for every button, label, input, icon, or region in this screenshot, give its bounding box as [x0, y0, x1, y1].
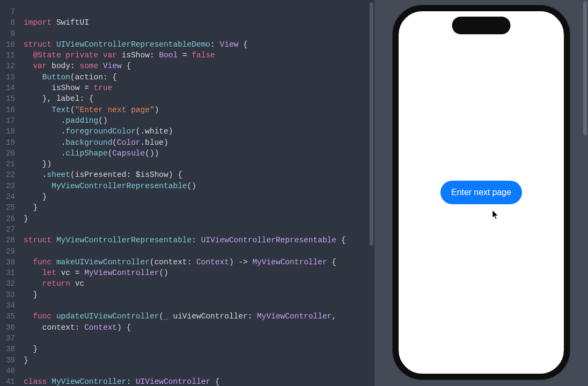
code-line[interactable]: struct UIViewControllerRepresentableDemo…: [24, 39, 374, 50]
line-number: 20: [0, 148, 15, 159]
line-number: 13: [0, 72, 15, 83]
code-line[interactable]: return vc: [24, 278, 374, 289]
code-line[interactable]: func updateUIViewController(_ uiViewCont…: [24, 311, 374, 322]
line-number: 27: [0, 224, 15, 235]
code-line[interactable]: class MyViewController: UIViewController…: [24, 376, 374, 386]
line-number: 40: [0, 366, 15, 376]
code-line[interactable]: }, label: {: [24, 93, 374, 104]
code-line[interactable]: var body: some View {: [24, 61, 374, 71]
line-number: 15: [0, 93, 15, 104]
line-number-gutter: 7891011121314151617181920212223242526272…: [0, 0, 19, 386]
code-line[interactable]: [24, 28, 374, 39]
code-line[interactable]: .clipShape(Capsule()): [24, 148, 374, 159]
code-line[interactable]: [24, 246, 374, 257]
line-number: 21: [0, 159, 15, 169]
code-line[interactable]: }: [24, 344, 374, 354]
code-line[interactable]: .background(Color.blue): [24, 137, 374, 148]
line-number: 9: [0, 28, 15, 39]
line-number: 38: [0, 344, 15, 354]
line-number: 39: [0, 355, 15, 366]
code-line[interactable]: Text("Enter next page"): [24, 105, 374, 115]
line-number: 36: [0, 322, 15, 333]
code-line[interactable]: }: [24, 202, 374, 213]
code-line[interactable]: import SwiftUI: [24, 17, 374, 28]
line-number: 37: [0, 333, 15, 344]
code-line[interactable]: [24, 300, 374, 311]
code-line[interactable]: .sheet(isPresented: $isShow) {: [24, 169, 374, 180]
line-number: 12: [0, 61, 15, 71]
code-line[interactable]: Button(action: {: [24, 72, 374, 83]
preview-vertical-scrollbar[interactable]: [583, 1, 587, 135]
line-number: 25: [0, 202, 15, 213]
line-number: 19: [0, 137, 15, 148]
code-area[interactable]: import SwiftUI struct UIViewControllerRe…: [19, 0, 374, 386]
line-number: 26: [0, 213, 15, 224]
code-line[interactable]: .foregroundColor(.white): [24, 126, 374, 137]
line-number: 31: [0, 268, 15, 278]
line-number: 24: [0, 191, 15, 202]
preview-pane: Enter next page: [374, 0, 588, 386]
code-line[interactable]: context: Context) {: [24, 322, 374, 333]
code-line[interactable]: struct MyViewControllerRepresentable: UI…: [24, 235, 374, 246]
code-line[interactable]: }: [24, 191, 374, 202]
code-line[interactable]: }: [24, 290, 374, 300]
line-number: 33: [0, 290, 15, 300]
code-line[interactable]: }: [24, 355, 374, 366]
line-number: 14: [0, 83, 15, 93]
iphone-frame: Enter next page: [393, 5, 570, 380]
line-number: 16: [0, 105, 15, 115]
editor-vertical-scrollbar[interactable]: [370, 2, 373, 246]
code-line[interactable]: [24, 333, 374, 344]
code-line[interactable]: isShow = true: [24, 83, 374, 93]
code-line[interactable]: @State private var isShow: Bool = false: [24, 50, 374, 61]
code-line[interactable]: [24, 6, 374, 17]
line-number: 28: [0, 235, 15, 246]
line-number: 32: [0, 278, 15, 289]
line-number: 11: [0, 50, 15, 61]
code-line[interactable]: }): [24, 159, 374, 169]
line-number: 22: [0, 169, 15, 180]
line-number: 17: [0, 115, 15, 126]
line-number: 23: [0, 181, 15, 191]
line-number: 7: [0, 6, 15, 17]
line-number: 34: [0, 300, 15, 311]
line-number: 18: [0, 126, 15, 137]
code-line[interactable]: [24, 366, 374, 376]
line-number: 10: [0, 39, 15, 50]
code-line[interactable]: }: [24, 213, 374, 224]
line-number: 30: [0, 257, 15, 268]
code-editor-pane: 7891011121314151617181920212223242526272…: [0, 0, 374, 386]
line-number: 41: [0, 376, 15, 386]
code-line[interactable]: .padding(): [24, 115, 374, 126]
code-line[interactable]: func makeUIViewController(context: Conte…: [24, 257, 374, 268]
code-line[interactable]: [24, 224, 374, 235]
code-line[interactable]: let vc = MyViewController(): [24, 268, 374, 278]
enter-next-page-button[interactable]: Enter next page: [440, 181, 521, 204]
phone-screen: Enter next page: [399, 11, 564, 374]
line-number: 35: [0, 311, 15, 322]
line-number: 29: [0, 246, 15, 257]
line-number: 8: [0, 17, 15, 28]
code-line[interactable]: MyViewControllerRepresentable(): [24, 181, 374, 191]
